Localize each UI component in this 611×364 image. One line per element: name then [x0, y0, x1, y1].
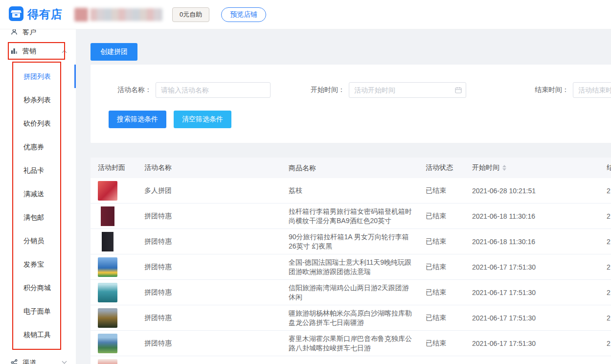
column-header-cover: 活动封面 — [91, 163, 144, 172]
product-thumbnail — [98, 181, 117, 201]
create-groupbuy-button[interactable]: 创建拼团 — [91, 43, 137, 61]
end-time-clipped: 2 — [607, 187, 611, 195]
chevron-up-icon — [62, 50, 67, 55]
column-header-activity: 活动名称 — [144, 163, 289, 172]
activity-name: 拼团特惠 — [144, 237, 289, 246]
filter-panel: 活动名称： 开始时间： 结束时间： — [91, 65, 611, 143]
start-time: 2021-06-17 17:51:30 — [472, 263, 607, 271]
sort-icon[interactable] — [502, 163, 506, 173]
product-thumbnail — [98, 283, 117, 302]
product-thumbnail — [98, 334, 117, 353]
table-row[interactable]: 拼团特惠 全国-德国法国瑞士意大利11天9晚纯玩跟团游欧洲旅游跟团德法意瑞 已结… — [91, 254, 611, 280]
filter-activity-name: 活动名称： — [117, 82, 271, 98]
main-content: 创建拼团 活动名称： 开始时间： — [76, 29, 611, 364]
product-name: 拉杆箱行李箱男旅行箱女密码箱登机箱时尚横纹干湿分离BA9酒红色20英寸 — [289, 207, 426, 226]
clear-filter-button[interactable]: 清空筛选条件 — [174, 111, 231, 128]
store-name-censored — [74, 8, 162, 22]
start-time-label: 开始时间： — [311, 86, 345, 94]
sidebar-item-customers[interactable]: 客户 — [0, 29, 76, 42]
column-header-product: 商品名称 — [289, 163, 426, 173]
marketing-chart-icon — [11, 47, 18, 56]
sidebar-submenu-item[interactable]: 礼品卡 — [0, 159, 76, 182]
end-time-clipped: 2 — [607, 238, 611, 246]
sidebar-submenu-item[interactable]: 拼团列表 — [0, 65, 76, 88]
table-row[interactable]: 拼团特惠 信阳旅游南湾湖鸡公山两日游2天跟团游休闲 已结束 2021-06-17… — [91, 280, 611, 305]
end-time-input[interactable] — [573, 82, 611, 98]
groupbuy-table: 活动封面 活动名称 商品名称 活动状态 开始时间 结束时间 多人拼团 荔枝 已结… — [91, 158, 611, 364]
sidebar-submenu-item[interactable]: 优惠券 — [0, 135, 76, 159]
sidebar-item-channels[interactable]: 渠道 — [0, 353, 76, 364]
product-thumbnail — [98, 359, 117, 364]
chevron-down-icon — [62, 359, 67, 364]
product-thumbnail — [98, 206, 117, 226]
start-time: 2021-06-17 17:51:30 — [472, 314, 607, 322]
sidebar-submenu-item[interactable]: 秒杀列表 — [0, 88, 76, 112]
end-time-clipped: 2 — [607, 340, 611, 347]
activity-status: 已结束 — [426, 263, 472, 272]
column-header-status: 活动状态 — [426, 163, 472, 172]
activity-name: 拼团特惠 — [144, 212, 289, 221]
end-time-clipped: 2 — [607, 263, 611, 271]
logo-icon — [9, 6, 23, 23]
logo: 得有店 — [0, 6, 73, 23]
table-row[interactable]: 拼团特惠 疆旅游胡杨林帕米尔高原白沙湖喀拉库勒盘龙公路拼车七日南疆游 已结束 2… — [91, 305, 611, 331]
logo-text: 得有店 — [27, 7, 63, 22]
filter-start-time: 开始时间： — [311, 82, 466, 98]
activity-name-input[interactable] — [156, 82, 271, 98]
sidebar-submenu-item[interactable]: 核销工具 — [0, 323, 76, 346]
start-time: 2021-06-18 11:30:16 — [472, 212, 607, 220]
sidebar-submenu-item[interactable]: 分销员 — [0, 229, 76, 252]
start-time-input[interactable] — [349, 82, 466, 98]
top-header: 得有店 0元自助 预览店铺 — [0, 0, 611, 29]
product-name: 疆旅游胡杨林帕米尔高原白沙湖喀拉库勒盘龙公路拼车七日南疆游 — [289, 309, 426, 327]
preview-shop-button[interactable]: 预览店铺 — [221, 7, 266, 22]
table-row[interactable] — [91, 356, 611, 364]
product-name: 信阳旅游南湾湖鸡公山两日游2天跟团游休闲 — [289, 283, 426, 302]
sidebar-submenu-item[interactable]: 满包邮 — [0, 205, 76, 229]
sidebar-submenu-item[interactable]: 满减送 — [0, 182, 76, 205]
sidebar-item-marketing[interactable]: 营销 — [0, 43, 76, 60]
activity-status: 已结束 — [426, 339, 472, 348]
marketing-submenu: 拼团列表秒杀列表砍价列表优惠券礼品卡满减送满包邮分销员发券宝积分商城电子面单核销… — [0, 65, 76, 346]
activity-status: 已结束 — [426, 237, 472, 246]
end-time-label: 结束时间： — [535, 86, 569, 94]
sidebar-item-label: 营销 — [23, 47, 36, 56]
end-time-clipped: 2 — [607, 289, 611, 296]
column-header-start[interactable]: 开始时间 — [472, 163, 607, 173]
table-row[interactable]: 拼团特惠 90分旅行箱拉杆箱1A 男女万向轮行李箱 26英寸 幻夜黑 已结束 2… — [91, 229, 611, 254]
store-avatar-blurred — [74, 8, 88, 22]
activity-status: 已结束 — [426, 212, 472, 221]
activity-status: 已结束 — [426, 314, 472, 322]
activity-name: 拼团特惠 — [144, 263, 289, 272]
activity-name: 拼团特惠 — [144, 339, 289, 348]
product-thumbnail — [98, 232, 117, 251]
product-thumbnail — [98, 257, 117, 277]
sidebar-submenu-item[interactable]: 积分商城 — [0, 276, 76, 299]
start-time: 2021-06-18 11:30:16 — [472, 238, 607, 246]
table-body: 多人拼团 荔枝 已结束 2021-06-28 10:21:51 2 拼团特惠 拉… — [91, 178, 611, 364]
product-name: 全国-德国法国瑞士意大利11天9晚纯玩跟团游欧洲旅游跟团德法意瑞 — [289, 258, 426, 276]
sidebar-submenu-item[interactable]: 电子面单 — [0, 299, 76, 323]
activity-name: 拼团特惠 — [144, 288, 289, 297]
table-row[interactable]: 拼团特惠 拉杆箱行李箱男旅行箱女密码箱登机箱时尚横纹干湿分离BA9酒红色20英寸… — [91, 204, 611, 229]
sidebar-submenu-item[interactable]: 发券宝 — [0, 252, 76, 276]
end-time-clipped: 2 — [607, 314, 611, 322]
table-row[interactable]: 多人拼团 荔枝 已结束 2021-06-28 10:21:51 2 — [91, 178, 611, 204]
product-name: 90分旅行箱拉杆箱1A 男女万向轮行李箱 26英寸 幻夜黑 — [289, 232, 426, 251]
calendar-icon — [455, 87, 462, 95]
filter-end-time: 结束时间： — [535, 82, 611, 98]
product-thumbnail — [98, 308, 117, 328]
start-time: 2021-06-17 17:51:30 — [472, 289, 607, 296]
table-row[interactable]: 拼团特惠 赛里木湖霍尔果斯口岸巴音布鲁克独库公路八卦城喀拉峻拼车七日游 已结束 … — [91, 331, 611, 356]
customers-icon — [11, 29, 18, 37]
store-name-blurred — [90, 8, 162, 21]
sidebar-item-label: 渠道 — [23, 359, 36, 364]
activity-name-label: 活动名称： — [117, 86, 152, 94]
sidebar-item-label: 客户 — [23, 29, 36, 37]
table-header-row: 活动封面 活动名称 商品名称 活动状态 开始时间 结束时间 — [91, 158, 611, 178]
product-name: 荔枝 — [289, 186, 426, 195]
activity-name: 拼团特惠 — [144, 314, 289, 322]
self-service-badge: 0元自助 — [172, 7, 209, 22]
sidebar-submenu-item[interactable]: 砍价列表 — [0, 112, 76, 135]
search-filter-button[interactable]: 搜索筛选条件 — [109, 111, 166, 128]
